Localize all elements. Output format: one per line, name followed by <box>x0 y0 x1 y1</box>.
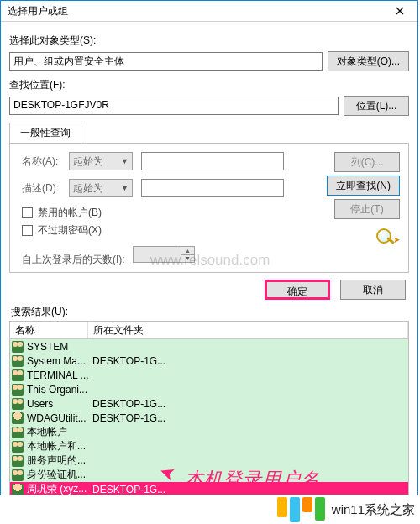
name-mode-combo[interactable]: 起始为 ▼ <box>69 152 133 170</box>
page-footer: win11系统之家 <box>0 495 420 524</box>
disabled-accounts-checkbox[interactable] <box>22 207 33 218</box>
results-list: 名称 所在文件夹 SYSTEMSystem Ma...DESKTOP-1G...… <box>9 321 409 495</box>
row-folder: DESKTOP-1G... <box>92 355 165 367</box>
group-icon <box>12 441 24 453</box>
query-tabgroup: 一般性查询 名称(A): 起始为 ▼ 描述( <box>9 123 409 273</box>
group-icon <box>12 398 24 410</box>
row-name: System Ma... <box>27 355 89 367</box>
location-label: 查找位置(F): <box>9 78 409 92</box>
site-logo-icon <box>277 497 325 522</box>
dialog-content: 选择此对象类型(S): 用户、组或内置安全主体 对象类型(O)... 查找位置(… <box>1 22 417 495</box>
desc-mode-combo[interactable]: 起始为 ▼ <box>69 179 133 197</box>
results-row[interactable]: TERMINAL ... <box>10 368 408 382</box>
row-name: 身份验证机... <box>27 468 89 482</box>
site-name: win11系统之家 <box>332 502 415 518</box>
row-name: This Organi... <box>27 384 89 396</box>
name-input[interactable] <box>141 152 284 170</box>
close-icon <box>396 7 404 15</box>
locations-button[interactable]: 位置(L)... <box>344 96 409 116</box>
cancel-button[interactable]: 取消 <box>340 280 406 300</box>
search-icon[interactable]: ➤ <box>373 228 400 246</box>
row-name: 服务声明的... <box>27 453 89 468</box>
row-folder: DESKTOP-1G... <box>92 398 165 410</box>
results-row[interactable]: 周巩荣 (xyz...DESKTOP-1G... <box>10 482 408 495</box>
object-types-button[interactable]: 对象类型(O)... <box>328 51 409 71</box>
row-folder: DESKTOP-1G... <box>92 412 165 424</box>
col-header-folder[interactable]: 所在文件夹 <box>88 322 408 338</box>
stop-button: 停止(T) <box>334 199 400 219</box>
results-row[interactable]: WDAGUtilit...DESKTOP-1G... <box>10 411 408 425</box>
desc-mode-value: 起始为 <box>73 181 103 196</box>
group-icon <box>12 384 24 396</box>
group-icon <box>12 455 24 467</box>
find-now-button[interactable]: 立即查找(N) <box>327 176 400 196</box>
results-row[interactable]: UsersDESKTOP-1G... <box>10 396 408 411</box>
results-row[interactable]: SYSTEM <box>10 339 408 354</box>
noexpire-password-label: 不过期密码(X) <box>38 223 102 238</box>
chevron-down-icon: ▼ <box>181 255 194 263</box>
columns-button[interactable]: 列(C)... <box>334 152 400 172</box>
row-name: SYSTEM <box>27 341 89 353</box>
row-name: 周巩荣 (xyz... <box>27 482 89 495</box>
user-icon <box>12 484 24 495</box>
noexpire-password-checkbox[interactable] <box>22 225 33 236</box>
user-icon <box>12 412 24 424</box>
row-name: Users <box>27 398 89 410</box>
tab-body: 名称(A): 起始为 ▼ 描述(D): 起始为 ▼ <box>9 143 409 273</box>
group-icon <box>12 369 24 381</box>
object-type-label: 选择此对象类型(S): <box>9 34 409 48</box>
results-row[interactable]: 本地帐户 <box>10 425 408 439</box>
titlebar: 选择用户或组 <box>1 1 417 22</box>
desc-label: 描述(D): <box>22 181 60 196</box>
results-row[interactable]: 身份验证机... <box>10 468 408 482</box>
results-row[interactable]: 本地帐户和... <box>10 439 408 453</box>
results-header: 名称 所在文件夹 <box>10 322 408 339</box>
disabled-accounts-label: 禁用的帐户(B) <box>38 206 102 220</box>
results-label: 搜索结果(U): <box>11 305 409 319</box>
chevron-down-icon: ▼ <box>121 184 129 192</box>
row-name: WDAGUtilit... <box>27 412 89 424</box>
row-folder: DESKTOP-1G... <box>92 484 165 495</box>
results-row[interactable]: 服务声明的... <box>10 453 408 468</box>
group-icon <box>12 341 24 353</box>
days-since-logon-input[interactable] <box>133 246 181 263</box>
close-button[interactable] <box>382 1 417 21</box>
group-icon <box>12 427 24 438</box>
col-header-name[interactable]: 名称 <box>10 322 88 338</box>
object-type-value: 用户、组或内置安全主体 <box>9 52 323 71</box>
days-since-logon-label: 自上次登录后的天数(I): ▲▼ <box>22 246 327 267</box>
row-name: 本地帐户 <box>27 425 89 439</box>
results-row[interactable]: This Organi... <box>10 382 408 396</box>
name-mode-value: 起始为 <box>73 155 103 169</box>
row-name: 本地帐户和... <box>27 439 89 453</box>
window-title: 选择用户或组 <box>8 4 68 18</box>
dialog-window: 选择用户或组 选择此对象类型(S): 用户、组或内置安全主体 对象类型(O)..… <box>0 0 418 519</box>
tab-general-query[interactable]: 一般性查询 <box>9 123 81 143</box>
desc-input[interactable] <box>141 179 284 197</box>
group-icon <box>12 469 24 481</box>
name-label: 名称(A): <box>22 155 60 169</box>
days-spinner[interactable]: ▲▼ <box>181 246 195 263</box>
location-value: DESKTOP-1GFJV0R <box>9 97 339 115</box>
ok-button[interactable]: 确定 <box>265 280 330 300</box>
group-icon <box>12 355 24 367</box>
results-row[interactable]: System Ma...DESKTOP-1G... <box>10 354 408 368</box>
chevron-down-icon: ▼ <box>121 157 129 165</box>
chevron-up-icon: ▲ <box>181 247 194 255</box>
row-name: TERMINAL ... <box>27 369 89 381</box>
